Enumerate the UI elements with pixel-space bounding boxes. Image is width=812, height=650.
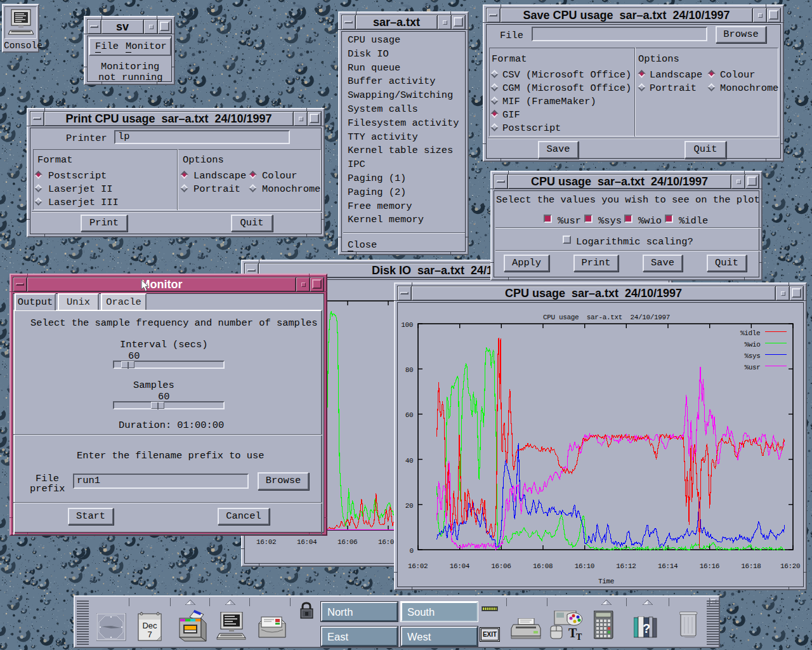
svg-text:T: T <box>576 632 582 640</box>
svg-text:?: ? <box>643 621 650 635</box>
svg-text:7: 7 <box>147 630 152 639</box>
svg-text:Dec: Dec <box>142 621 157 630</box>
